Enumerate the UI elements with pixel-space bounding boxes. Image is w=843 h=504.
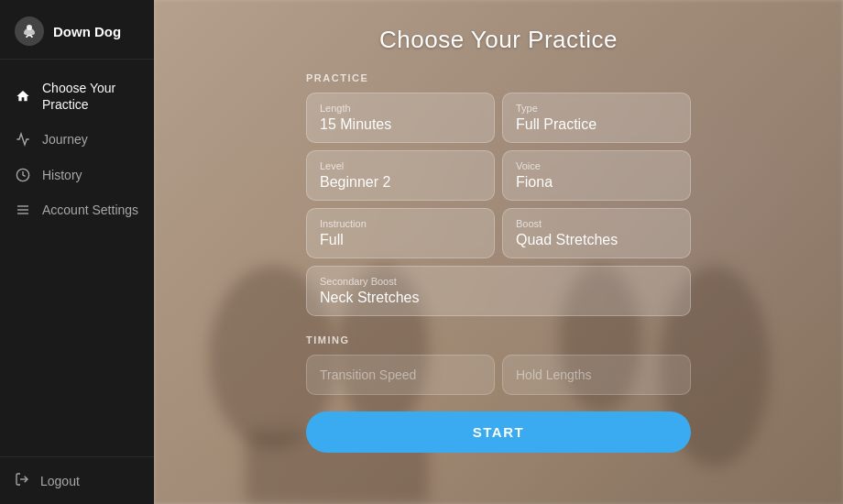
history-icon bbox=[15, 167, 31, 183]
timing-section: TIMING Transition Speed Hold Lengths bbox=[306, 334, 691, 395]
logout-icon bbox=[15, 472, 29, 489]
page-title: Choose Your Practice bbox=[379, 26, 618, 54]
option-instruction-label: Instruction bbox=[320, 218, 481, 229]
option-voice-value: Fiona bbox=[516, 174, 677, 191]
option-secondary-boost-label: Secondary Boost bbox=[320, 276, 677, 287]
practice-section: PRACTICE Length 15 Minutes Type Full Pra… bbox=[306, 72, 691, 323]
timing-grid: Transition Speed Hold Lengths bbox=[306, 355, 691, 395]
app-logo-icon bbox=[15, 16, 44, 46]
sidebar-nav: Choose Your Practice Journey History bbox=[0, 60, 154, 456]
option-boost[interactable]: Boost Quad Stretches bbox=[502, 208, 691, 258]
option-voice-label: Voice bbox=[516, 160, 677, 171]
hold-lengths-placeholder: Hold Lengths bbox=[516, 367, 592, 382]
account-label: Account Settings bbox=[42, 202, 138, 218]
option-level[interactable]: Level Beginner 2 bbox=[306, 150, 495, 201]
logout-label: Logout bbox=[40, 474, 80, 488]
option-level-label: Level bbox=[320, 160, 481, 171]
sidebar-item-choose[interactable]: Choose Your Practice bbox=[0, 71, 154, 122]
options-grid-row1: Length 15 Minutes Type Full Practice bbox=[306, 93, 691, 143]
choose-practice-label: Choose Your Practice bbox=[42, 80, 139, 113]
options-grid-row2: Level Beginner 2 Voice Fiona bbox=[306, 150, 691, 201]
practice-section-label: PRACTICE bbox=[306, 72, 691, 83]
timing-hold[interactable]: Hold Lengths bbox=[502, 355, 691, 395]
sidebar-item-history[interactable]: History bbox=[0, 158, 154, 192]
options-grid-row4: Secondary Boost Neck Stretches bbox=[306, 266, 691, 316]
option-instruction[interactable]: Instruction Full bbox=[306, 208, 495, 258]
journey-label: Journey bbox=[42, 131, 88, 148]
app-title: Down Dog bbox=[53, 24, 121, 39]
start-button[interactable]: START bbox=[306, 411, 691, 453]
option-secondary-boost-value: Neck Stretches bbox=[320, 290, 677, 306]
option-boost-value: Quad Stretches bbox=[516, 232, 677, 248]
main-area: Choose Your Practice PRACTICE Length 15 … bbox=[154, 0, 843, 504]
option-boost-label: Boost bbox=[516, 218, 677, 229]
sidebar-item-journey[interactable]: Journey bbox=[0, 122, 154, 157]
option-length-value: 15 Minutes bbox=[320, 116, 481, 133]
main-content: Choose Your Practice PRACTICE Length 15 … bbox=[154, 0, 843, 504]
option-type-label: Type bbox=[516, 103, 677, 114]
history-label: History bbox=[42, 167, 82, 183]
sidebar-footer: Logout bbox=[0, 456, 154, 504]
logo-area: Down Dog bbox=[0, 0, 154, 60]
option-secondary-boost[interactable]: Secondary Boost Neck Stretches bbox=[306, 266, 691, 316]
logout-button[interactable]: Logout bbox=[15, 472, 139, 489]
option-type-value: Full Practice bbox=[516, 116, 677, 133]
sidebar: Down Dog Choose Your Practice Journey bbox=[0, 0, 154, 504]
timing-transition[interactable]: Transition Speed bbox=[306, 355, 495, 395]
option-type[interactable]: Type Full Practice bbox=[502, 93, 691, 143]
option-length[interactable]: Length 15 Minutes bbox=[306, 93, 495, 143]
home-icon bbox=[15, 88, 31, 104]
timing-section-label: TIMING bbox=[306, 334, 691, 345]
account-icon bbox=[15, 202, 31, 218]
option-voice[interactable]: Voice Fiona bbox=[502, 150, 691, 201]
transition-speed-placeholder: Transition Speed bbox=[320, 367, 416, 382]
sidebar-item-account[interactable]: Account Settings bbox=[0, 192, 154, 227]
options-grid-row3: Instruction Full Boost Quad Stretches bbox=[306, 208, 691, 258]
journey-icon bbox=[15, 131, 31, 148]
option-level-value: Beginner 2 bbox=[320, 174, 481, 191]
option-instruction-value: Full bbox=[320, 232, 481, 248]
option-length-label: Length bbox=[320, 103, 481, 114]
